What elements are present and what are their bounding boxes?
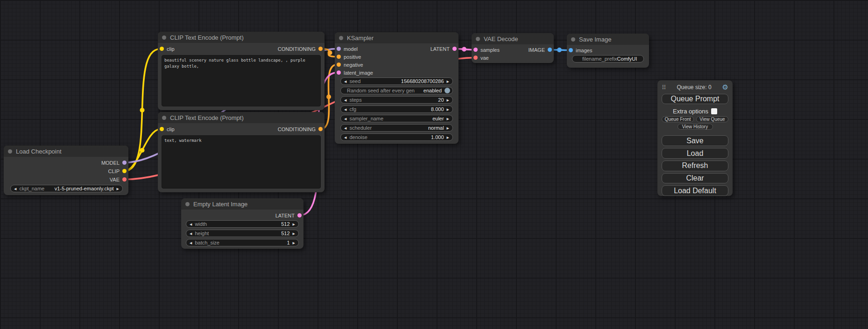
cfg-widget[interactable]: ◀ cfg 8.000 ▶ <box>340 105 453 113</box>
view-queue-button[interactable]: View Queue <box>696 116 728 122</box>
input-socket-samples[interactable] <box>473 48 478 52</box>
output-socket-clip[interactable] <box>122 169 127 173</box>
left-arrow-icon[interactable]: ◀ <box>344 136 346 139</box>
drag-handle-icon[interactable]: ⠿ <box>662 84 666 91</box>
node-titlebar[interactable]: CLIP Text Encode (Prompt) <box>158 112 325 123</box>
input-socket-positive[interactable] <box>337 55 341 59</box>
left-arrow-icon[interactable]: ◀ <box>190 232 192 235</box>
widget-label: scheduler <box>349 125 372 131</box>
save-button[interactable]: Save <box>662 135 728 146</box>
right-arrow-icon[interactable]: ▶ <box>447 126 449 130</box>
widget-label: filename_prefix <box>582 56 617 62</box>
collapse-dot[interactable] <box>162 35 166 40</box>
input-socket-vae[interactable] <box>473 56 478 60</box>
link-dot-negative[interactable] <box>326 95 331 99</box>
load-default-button[interactable]: Load Default <box>662 185 728 196</box>
width-widget[interactable]: ◀ width 512 ▶ <box>186 220 299 228</box>
collapse-dot[interactable] <box>571 37 575 42</box>
input-socket-negative[interactable] <box>337 63 341 67</box>
output-socket-image[interactable] <box>548 48 552 52</box>
denoise-widget[interactable]: ◀ denoise 1.000 ▶ <box>340 133 453 141</box>
sampler-name-widget[interactable]: ◀ sampler_name euler ▶ <box>340 115 453 122</box>
node-titlebar[interactable]: Empty Latent Image <box>181 198 303 210</box>
right-arrow-icon[interactable]: ▶ <box>293 241 295 245</box>
output-socket-conditioning[interactable] <box>318 127 323 131</box>
link-dot-clip-negative[interactable] <box>140 148 145 153</box>
node-load-checkpoint[interactable]: Load Checkpoint MODEL CLIP VAE ◀ ckpt_na… <box>4 146 128 195</box>
left-arrow-icon[interactable]: ◀ <box>344 117 346 120</box>
right-arrow-icon[interactable]: ▶ <box>447 117 449 120</box>
left-arrow-icon[interactable]: ◀ <box>344 98 346 102</box>
widget-value: 8.000 <box>431 106 444 112</box>
node-ksampler[interactable]: KSampler model positive negative latent_… <box>335 32 459 144</box>
view-history-button[interactable]: View History <box>677 124 713 130</box>
prompt-textarea[interactable]: beautiful scenery nature glass bottle la… <box>162 55 321 106</box>
input-socket-latent-image[interactable] <box>337 70 341 75</box>
node-titlebar[interactable]: Save Image <box>567 34 649 45</box>
node-vae-decode[interactable]: VAE Decode samples vae IMAGE <box>472 33 554 63</box>
random-seed-widget[interactable]: Random seed after every gen enabled <box>340 87 453 94</box>
node-titlebar[interactable]: Load Checkpoint <box>4 146 128 157</box>
node-title: Empty Latent Image <box>193 201 247 208</box>
queue-front-button[interactable]: Queue Front <box>662 116 694 122</box>
node-empty-latent-image[interactable]: Empty Latent Image LATENT ◀ width 512 ▶ … <box>181 198 303 249</box>
right-arrow-icon[interactable]: ▶ <box>447 98 449 102</box>
seed-widget[interactable]: ◀ seed 156680208700286 ▶ <box>340 77 453 85</box>
input-socket-clip[interactable] <box>160 47 164 51</box>
filename-prefix-widget[interactable]: filename_prefix ComfyUI <box>572 55 644 63</box>
widget-label: denoise <box>349 134 367 140</box>
batch-size-widget[interactable]: ◀ batch_size 1 ▶ <box>186 239 299 246</box>
clear-button[interactable]: Clear <box>662 173 728 184</box>
input-socket-images[interactable] <box>569 48 573 52</box>
left-arrow-icon[interactable]: ◀ <box>14 187 16 190</box>
collapse-dot[interactable] <box>476 37 480 41</box>
collapse-dot[interactable] <box>8 149 12 154</box>
right-arrow-icon[interactable]: ▶ <box>117 187 119 190</box>
node-save-image[interactable]: Save Image images filename_prefix ComfyU… <box>567 34 649 68</box>
output-socket-vae[interactable] <box>122 177 127 182</box>
node-titlebar[interactable]: KSampler <box>335 32 459 43</box>
collapse-dot[interactable] <box>339 36 343 40</box>
output-socket-latent[interactable] <box>297 213 302 217</box>
height-widget[interactable]: ◀ height 512 ▶ <box>186 230 299 237</box>
node-titlebar[interactable]: CLIP Text Encode (Prompt) <box>158 32 325 43</box>
node-titlebar[interactable]: VAE Decode <box>472 33 554 44</box>
left-arrow-icon[interactable]: ◀ <box>190 241 192 245</box>
left-arrow-icon[interactable]: ◀ <box>344 108 346 111</box>
widget-value: 512 <box>281 221 289 227</box>
left-arrow-icon[interactable]: ◀ <box>344 126 346 130</box>
output-socket-model[interactable] <box>122 161 127 165</box>
widget-value: euler <box>432 116 444 121</box>
right-arrow-icon[interactable]: ▶ <box>447 108 449 111</box>
output-socket-latent[interactable] <box>452 47 457 51</box>
extra-options-checkbox[interactable] <box>711 108 717 114</box>
right-arrow-icon[interactable]: ▶ <box>293 232 295 235</box>
link-dot-clip-positive[interactable] <box>140 108 145 112</box>
input-socket-model[interactable] <box>337 47 341 51</box>
node-clip-text-encode-positive[interactable]: CLIP Text Encode (Prompt) clip CONDITION… <box>158 32 325 110</box>
output-socket-conditioning[interactable] <box>318 47 323 51</box>
gear-icon[interactable]: ⚙ <box>722 84 728 91</box>
refresh-button[interactable]: Refresh <box>662 161 728 171</box>
queue-prompt-button[interactable]: Queue Prompt <box>662 94 728 105</box>
collapse-dot[interactable] <box>162 116 166 120</box>
right-arrow-icon[interactable]: ▶ <box>293 223 295 226</box>
scheduler-widget[interactable]: ◀ scheduler normal ▶ <box>340 124 453 132</box>
link-dot-image[interactable] <box>557 48 562 52</box>
load-button[interactable]: Load <box>662 148 728 159</box>
link-dot-latent[interactable] <box>462 47 466 52</box>
widget-label: seed <box>349 78 360 84</box>
left-arrow-icon[interactable]: ◀ <box>344 80 346 83</box>
right-arrow-icon[interactable]: ▶ <box>447 80 449 83</box>
steps-widget[interactable]: ◀ steps 20 ▶ <box>340 96 453 104</box>
node-clip-text-encode-negative[interactable]: CLIP Text Encode (Prompt) clip CONDITION… <box>158 112 325 192</box>
graph-canvas[interactable]: { "icons": { "left_arrow": "◀", "right_a… <box>0 0 868 329</box>
toggle-knob[interactable] <box>445 88 450 93</box>
link-dot-positive[interactable] <box>328 50 332 55</box>
input-socket-clip[interactable] <box>160 127 164 131</box>
collapse-dot[interactable] <box>185 202 190 206</box>
right-arrow-icon[interactable]: ▶ <box>447 136 449 139</box>
prompt-textarea[interactable]: text, watermark <box>162 135 321 189</box>
ckpt-name-widget[interactable]: ◀ ckpt_name v1-5-pruned-emaonly.ckpt ▶ <box>10 185 123 192</box>
left-arrow-icon[interactable]: ◀ <box>190 223 192 226</box>
